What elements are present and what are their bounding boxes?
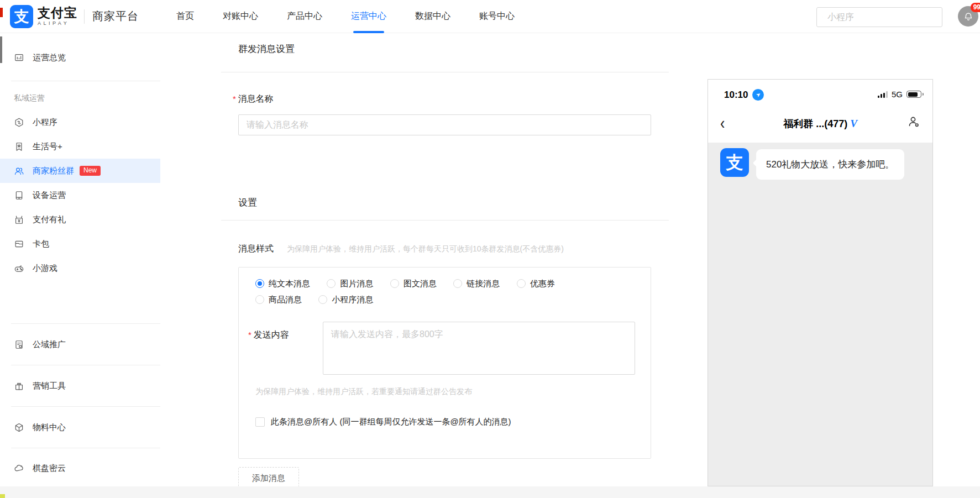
section-divider (221, 220, 669, 221)
top-navigation: 首页 对账中心 产品中心 运营中心 数据中心 账号中心 (176, 0, 515, 33)
alipay-name-cn: 支付宝 (38, 7, 77, 19)
radio-miniapp-message[interactable]: 小程序消息 (318, 292, 373, 307)
new-badge: New (80, 166, 101, 176)
phone-nav-bar: ‹ 福利群 ...(477)V (708, 108, 932, 137)
marketing-tools-icon (14, 381, 24, 391)
battery-icon (906, 91, 921, 98)
device-icon (14, 190, 24, 201)
search-input[interactable] (827, 12, 942, 22)
sidebar-item-pay-gift[interactable]: 支付有礼 (0, 207, 160, 232)
sidebar-item-materials-center[interactable]: 物料中心 (11, 406, 160, 448)
alipay-logo[interactable]: 支 支付宝 ALIPAY (10, 5, 77, 28)
radio-coupon[interactable]: 优惠券 (517, 276, 555, 291)
network-label: 5G (892, 90, 903, 99)
group-chat-title: 福利群 ...(477)V (708, 117, 932, 130)
signal-icon (878, 91, 888, 98)
radio-label: 小程序消息 (332, 292, 373, 307)
radio-label: 图文消息 (403, 276, 437, 291)
verified-icon: V (850, 118, 857, 129)
send-content-label: *发送内容 (248, 329, 289, 341)
sidebar-item-qipan-cloud[interactable]: 棋盘密云 (11, 448, 160, 486)
phone-status-bar: 10:10 ➤ 5G (708, 88, 932, 102)
at-all-label: 此条消息@所有人 (同一群组每周仅允许发送一条@所有人的消息) (271, 417, 511, 427)
sidebar-item-merchant-fans-group[interactable]: 商家粉丝群 New (0, 159, 160, 183)
radio-image-text-message[interactable]: 图文消息 (390, 276, 437, 291)
sidebar-item-device-operations[interactable]: 设备运营 (0, 183, 160, 207)
pay-gift-icon (14, 214, 24, 225)
sidebar-item-label: 设备运营 (33, 190, 66, 201)
sidebar-item-public-promotion[interactable]: 公域推广 (11, 323, 160, 365)
lifeaccount-icon (14, 141, 24, 152)
sidebar-item-card-pack[interactable]: 卡包 (0, 232, 160, 256)
radio-label: 图片消息 (340, 276, 373, 291)
header-divider (84, 9, 85, 24)
add-message-button[interactable]: 添加消息 (238, 467, 299, 486)
status-time: 10:10 (724, 90, 748, 101)
radio-label: 优惠券 (530, 276, 555, 291)
radio-dot (255, 295, 264, 304)
notification-bell[interactable]: 99+ (958, 6, 978, 27)
screen-edge-artifact-red (0, 8, 3, 17)
send-content-label-text: 发送内容 (254, 330, 289, 339)
sidebar-item-operations-overview[interactable]: 运营总览 (0, 45, 160, 70)
radio-dot (255, 279, 264, 288)
at-all-checkbox-row[interactable]: 此条消息@所有人 (同一群组每周仅允许发送一条@所有人的消息) (255, 417, 511, 427)
alipay-logo-icon: 支 (10, 5, 33, 28)
message-style-row: 消息样式 为保障用户体验，维持用户活跃，每个群每天只可收到10条群发消息(不含优… (238, 243, 564, 255)
send-content-textarea[interactable] (323, 322, 635, 375)
message-style-panel: 纯文本消息 图片消息 图文消息 链接消息 优惠券 商品消息 (238, 267, 651, 459)
radio-plain-text-message[interactable]: 纯文本消息 (255, 276, 310, 291)
sidebar-item-label: 营销工具 (33, 381, 66, 391)
sidebar-item-label: 小程序 (33, 117, 57, 128)
radio-dot (390, 279, 399, 288)
settings-section-title: 设置 (238, 196, 257, 209)
top-header: 支 支付宝 ALIPAY 商家平台 首页 对账中心 产品中心 运营中心 数据中心… (0, 0, 980, 33)
message-style-label: 消息样式 (238, 243, 274, 255)
minigame-icon (14, 263, 24, 274)
alipay-logo-text: 支付宝 ALIPAY (38, 7, 77, 26)
sidebar-item-miniapp[interactable]: 小程序 (0, 110, 160, 134)
nav-data-center[interactable]: 数据中心 (415, 0, 450, 33)
required-asterisk: * (248, 330, 251, 339)
card-pack-icon (14, 239, 24, 249)
sidebar-item-marketing-tools[interactable]: 营销工具 (11, 365, 160, 406)
sidebar-item-label: 运营总览 (33, 53, 66, 63)
screen-edge-artifact-dot (0, 494, 5, 498)
materials-icon (14, 422, 24, 433)
sidebar-bottom-group: 公域推广 营销工具 物料中心 (0, 323, 160, 486)
sidebar-item-label: 生活号+ (33, 141, 62, 152)
radio-image-message[interactable]: 图片消息 (327, 276, 373, 291)
sidebar-item-label: 支付有礼 (33, 214, 66, 225)
nav-product-center[interactable]: 产品中心 (287, 0, 322, 33)
miniapp-icon (14, 117, 24, 128)
alipay-name-en: ALIPAY (38, 21, 77, 26)
bell-icon (963, 12, 973, 22)
location-send-icon: ➤ (752, 89, 764, 101)
radio-link-message[interactable]: 链接消息 (453, 276, 500, 291)
notification-badge: 99+ (971, 3, 980, 12)
section-divider (221, 72, 669, 72)
sidebar-item-minigame[interactable]: 小游戏 (0, 256, 160, 280)
sidebar-item-label: 卡包 (33, 239, 49, 249)
page-title: 群发消息设置 (238, 43, 295, 55)
radio-dot (517, 279, 526, 288)
sidebar-divider (11, 81, 160, 81)
message-name-input[interactable] (238, 114, 651, 135)
sidebar-item-life-account[interactable]: 生活号+ (0, 134, 160, 159)
header-search (816, 7, 942, 27)
at-all-checkbox[interactable] (255, 417, 265, 427)
contact-person-icon (907, 115, 920, 128)
message-name-label: *消息名称 (233, 93, 274, 105)
radio-dot (453, 279, 462, 288)
message-style-note: 为保障用户体验，维持用户活跃，每个群每天只可收到10条群发消息(不含优惠券) (287, 244, 564, 254)
nav-operations-center[interactable]: 运营中心 (351, 0, 386, 33)
radio-product-message[interactable]: 商品消息 (255, 292, 302, 307)
chat-message-bubble: 520礼物大放送，快来参加吧。 (756, 149, 904, 180)
nav-home[interactable]: 首页 (176, 0, 194, 33)
nav-account-center[interactable]: 账号中心 (479, 0, 515, 33)
avatar-glyph: 支 (726, 151, 743, 174)
radio-dot (318, 295, 327, 304)
nav-reconciliation-center[interactable]: 对账中心 (223, 0, 258, 33)
radio-label: 商品消息 (269, 292, 302, 307)
phone-preview: 10:10 ➤ 5G ‹ 福利群 ...(477)V (708, 79, 933, 486)
